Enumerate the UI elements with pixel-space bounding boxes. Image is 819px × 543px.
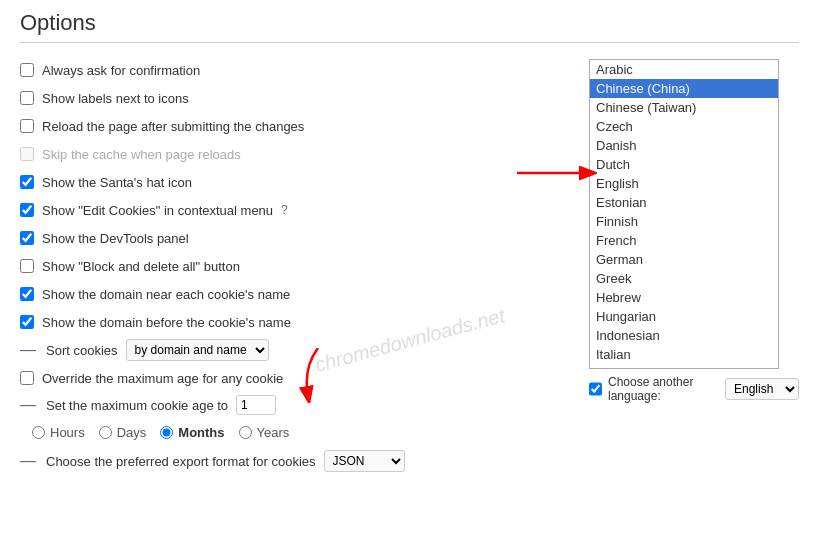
always-ask-label: Always ask for confirmation [42, 63, 200, 78]
sort-dash: — [20, 341, 36, 359]
radio-years: Years [239, 425, 290, 440]
show-labels-label: Show labels next to icons [42, 91, 189, 106]
override-max-age-checkbox[interactable] [20, 371, 34, 385]
block-delete-all-label: Show "Block and delete all" button [42, 259, 240, 274]
max-age-dash: — [20, 396, 36, 414]
sort-cookies-row: — Sort cookies by domain and name by nam… [20, 339, 579, 361]
domain-near-name-checkbox[interactable] [20, 287, 34, 301]
reload-after-submit-label: Reload the page after submitting the cha… [42, 119, 304, 134]
radio-group: Hours Days Months Years [32, 425, 579, 440]
radio-months-input[interactable] [160, 426, 173, 439]
skip-cache-label: Skip the cache when page reloads [42, 147, 241, 162]
max-age-input[interactable] [236, 395, 276, 415]
list-item[interactable]: German [590, 250, 778, 269]
export-row: — Choose the preferred export format for… [20, 450, 579, 472]
list-item[interactable]: French [590, 231, 778, 250]
choose-language-label: Choose another language: [608, 375, 719, 403]
choose-language-row: Choose another language: English French … [589, 375, 799, 403]
export-select[interactable]: JSON CSV Netscape [324, 450, 405, 472]
max-age-row: — Set the maximum cookie age to [20, 395, 579, 415]
page-title: Options [20, 10, 799, 43]
main-wrapper: Options Always ask for confirmation Show… [20, 10, 799, 472]
devtools-panel-checkbox[interactable] [20, 231, 34, 245]
radio-hours-label: Hours [50, 425, 85, 440]
domain-before-name-checkbox[interactable] [20, 315, 34, 329]
block-delete-all-checkbox[interactable] [20, 259, 34, 273]
list-item[interactable]: English [590, 174, 778, 193]
option-edit-cookies-ctx: Show "Edit Cookies" in contextual menu ? [20, 199, 579, 221]
show-labels-checkbox[interactable] [20, 91, 34, 105]
option-skip-cache: Skip the cache when page reloads [20, 143, 579, 165]
list-item[interactable]: Arabic [590, 60, 778, 79]
list-item[interactable]: Estonian [590, 193, 778, 212]
option-domain-near-name: Show the domain near each cookie's name [20, 283, 579, 305]
sort-cookies-label: Sort cookies [46, 343, 118, 358]
radio-hours-input[interactable] [32, 426, 45, 439]
santas-hat-label: Show the Santa's hat icon [42, 175, 192, 190]
always-ask-checkbox[interactable] [20, 63, 34, 77]
option-devtools-panel: Show the DevTools panel [20, 227, 579, 249]
option-override-max-age: Override the maximum age for any cookie [20, 367, 579, 389]
choose-language-select[interactable]: English French German Spanish [725, 378, 799, 400]
skip-cache-checkbox[interactable] [20, 147, 34, 161]
list-item[interactable]: Greek [590, 269, 778, 288]
list-item[interactable]: Dutch [590, 155, 778, 174]
export-dash: — [20, 452, 36, 470]
choose-language-checkbox[interactable] [589, 382, 602, 396]
list-item[interactable]: Czech [590, 117, 778, 136]
list-item[interactable]: Danish [590, 136, 778, 155]
radio-days-input[interactable] [99, 426, 112, 439]
option-always-ask: Always ask for confirmation [20, 59, 579, 81]
right-panel: ArabicChinese (China)Chinese (Taiwan)Cze… [589, 51, 799, 472]
radio-days: Days [99, 425, 147, 440]
list-item[interactable]: Japanese [590, 364, 778, 369]
export-label: Choose the preferred export format for c… [46, 454, 316, 469]
edit-cookies-ctx-label: Show "Edit Cookies" in contextual menu [42, 203, 273, 218]
edit-cookies-ctx-checkbox[interactable] [20, 203, 34, 217]
sort-cookies-select[interactable]: by domain and name by name by domain by … [126, 339, 269, 361]
option-block-delete-all: Show "Block and delete all" button [20, 255, 579, 277]
list-item[interactable]: Hebrew [590, 288, 778, 307]
radio-hours: Hours [32, 425, 85, 440]
list-item[interactable]: Chinese (China) [590, 79, 778, 98]
option-domain-before-name: Show the domain before the cookie's name [20, 311, 579, 333]
options-section: Always ask for confirmation Show labels … [20, 51, 799, 472]
radio-months: Months [160, 425, 224, 440]
devtools-panel-label: Show the DevTools panel [42, 231, 189, 246]
radio-years-input[interactable] [239, 426, 252, 439]
question-mark-icon[interactable]: ? [281, 203, 288, 217]
list-item[interactable]: Chinese (Taiwan) [590, 98, 778, 117]
option-reload-after-submit: Reload the page after submitting the cha… [20, 115, 579, 137]
santas-hat-checkbox[interactable] [20, 175, 34, 189]
domain-near-name-label: Show the domain near each cookie's name [42, 287, 290, 302]
list-item[interactable]: Italian [590, 345, 778, 364]
radio-days-label: Days [117, 425, 147, 440]
list-item[interactable]: Indonesian [590, 326, 778, 345]
max-age-label: Set the maximum cookie age to [46, 398, 228, 413]
option-show-labels: Show labels next to icons [20, 87, 579, 109]
radio-months-label: Months [178, 425, 224, 440]
override-max-age-label: Override the maximum age for any cookie [42, 371, 283, 386]
left-panel: Always ask for confirmation Show labels … [20, 51, 579, 472]
list-item[interactable]: Hungarian [590, 307, 778, 326]
option-santas-hat: Show the Santa's hat icon [20, 171, 579, 193]
list-item[interactable]: Finnish [590, 212, 778, 231]
language-list[interactable]: ArabicChinese (China)Chinese (Taiwan)Cze… [589, 59, 779, 369]
reload-after-submit-checkbox[interactable] [20, 119, 34, 133]
domain-before-name-label: Show the domain before the cookie's name [42, 315, 291, 330]
radio-years-label: Years [257, 425, 290, 440]
